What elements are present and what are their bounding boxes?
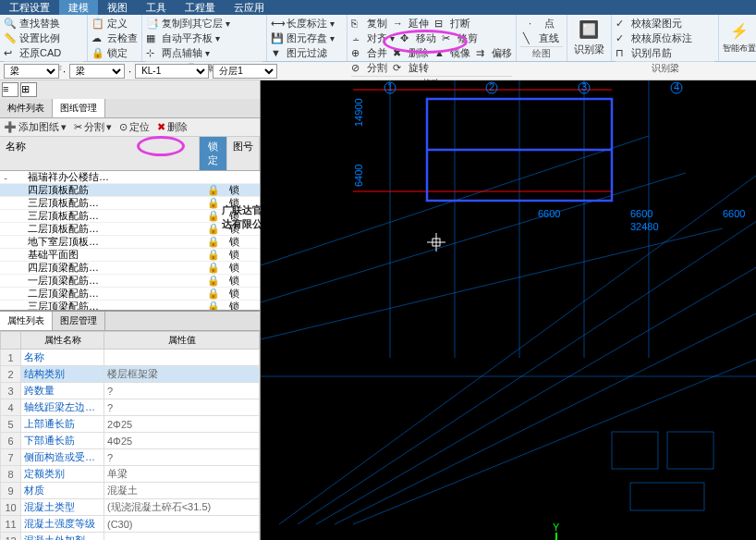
props-tab[interactable]: 属性列表	[0, 312, 53, 330]
length-dim-button[interactable]: ⟷长度标注 ▾	[271, 17, 343, 31]
tree-row[interactable]: 二层顶板配筋…🔒锁	[0, 223, 260, 236]
delete-drawing-button[interactable]: ✖删除	[157, 120, 188, 134]
tree-row[interactable]: 地下室层顶板…🔒锁	[0, 236, 260, 249]
tree-row[interactable]: 三层顶板配筋…🔒锁	[0, 210, 260, 223]
recognize-beam-button[interactable]: 🔲识别梁	[574, 19, 604, 56]
define-button[interactable]: 📋定义	[91, 17, 138, 31]
recognize-hanger-button[interactable]: ⊓识别吊筋	[616, 46, 714, 60]
prop-row[interactable]: 1名称	[1, 350, 260, 366]
aux-icon: ⊹	[146, 47, 159, 60]
break-button[interactable]: ⊟打断	[434, 17, 470, 31]
merge-button[interactable]: ⊕合并	[351, 46, 387, 60]
tree-header-num: 图号	[227, 137, 260, 170]
mirror-button[interactable]: ▲镜像	[434, 46, 470, 60]
prop-row[interactable]: 12混凝土外加剂	[1, 533, 260, 541]
tree-row[interactable]: 三层顶板配筋…🔒锁	[0, 197, 260, 210]
offset-button[interactable]: ⇉偏移	[476, 46, 512, 60]
layers-tab[interactable]: 图层管理	[53, 312, 105, 330]
copy-to-layer-button[interactable]: 📑复制到其它层 ▾	[146, 17, 262, 31]
prop-row[interactable]: 10混凝土类型(现浇混凝土碎石<31.5)	[1, 499, 260, 516]
svg-line-1	[298, 219, 756, 524]
svg-text:32480: 32480	[630, 221, 659, 232]
layer-select[interactable]: 分层1	[213, 64, 277, 79]
svg-text:6600: 6600	[538, 208, 560, 219]
find-replace-button[interactable]: 🔍查找替换	[4, 17, 83, 31]
subcategory-select[interactable]: 梁	[69, 64, 125, 79]
components-tab[interactable]: 构件列表	[0, 99, 53, 117]
split-drawing-button[interactable]: ✂分割 ▾	[74, 120, 112, 134]
cloud-check-button[interactable]: ☁云检查	[91, 31, 138, 45]
drawing-canvas[interactable]: 1 2 3 4 6600 6600 6600 32480 14900 6400	[261, 80, 756, 540]
filter-element-button[interactable]: ▼图元过滤	[271, 46, 343, 60]
group-draw-label: 绘图	[520, 46, 562, 60]
copy-icon: ⎘	[351, 18, 364, 31]
svg-text:6600: 6600	[630, 208, 652, 219]
category-select[interactable]: 梁	[4, 64, 59, 79]
tree-row[interactable]: 一层顶梁配筋…🔒锁	[0, 275, 260, 288]
check-inplace-button[interactable]: ✓校核原位标注	[616, 31, 714, 45]
left-panel: ≡ ⊞ 构件列表 图纸管理 ➕添加图纸 ▾ ✂分割 ▾ ⊙定位 ✖删除 名称 锁…	[0, 80, 261, 540]
menu-tab-3[interactable]: 工具	[137, 0, 176, 15]
drawings-tab[interactable]: 图纸管理	[53, 99, 105, 117]
prop-row[interactable]: 2结构类别楼层框架梁	[1, 366, 260, 383]
split2-icon: ✂	[74, 121, 82, 133]
tree-row[interactable]: 二层顶梁配筋…🔒锁	[0, 288, 260, 301]
prop-row[interactable]: 8定额类别单梁	[1, 466, 260, 483]
svg-text:1: 1	[387, 81, 393, 92]
drawing-tree[interactable]: -福瑞祥办公楼结…四层顶板配筋🔒锁三层顶板配筋…🔒锁三层顶板配筋…🔒锁二层顶板配…	[0, 171, 260, 310]
tree-row[interactable]: 四层顶梁配筋…🔒锁	[0, 262, 260, 275]
delete-button[interactable]: ✖删除	[393, 46, 429, 60]
tree-row[interactable]: 基础平面图🔒锁	[0, 249, 260, 262]
delete2-icon: ✖	[157, 121, 165, 133]
line-button[interactable]: ╲直线	[523, 31, 559, 45]
prop-row[interactable]: 11混凝土强度等级(C30)	[1, 516, 260, 533]
trim-button[interactable]: ✂修剪	[442, 31, 478, 45]
prop-row[interactable]: 3跨数量?	[1, 383, 260, 399]
rotate-button[interactable]: ⟳旋转	[393, 61, 429, 75]
split-button[interactable]: ⊘分割	[351, 61, 387, 75]
menu-tab-2[interactable]: 视图	[98, 0, 137, 15]
lock-button[interactable]: 🔒锁定	[91, 46, 138, 60]
point-button[interactable]: ·点	[529, 17, 555, 31]
add-drawing-button[interactable]: ➕添加图纸 ▾	[4, 120, 67, 134]
svg-line-4	[353, 358, 756, 524]
extend-button[interactable]: →延伸	[393, 17, 429, 31]
svg-line-7	[261, 173, 686, 302]
search-icon: 🔍	[4, 18, 17, 31]
menu-tab-5[interactable]: 云应用	[225, 0, 274, 15]
copy-button[interactable]: ⎘复制	[351, 17, 387, 31]
svg-text:4: 4	[674, 81, 679, 92]
svg-line-2	[316, 265, 756, 524]
smart-layout-button[interactable]: ⚡智能布置	[723, 22, 756, 55]
save-element-button[interactable]: 💾图元存盘 ▾	[271, 31, 343, 45]
two-point-aux-button[interactable]: ⊹两点辅轴 ▾	[146, 46, 262, 60]
merge-icon: ⊕	[351, 47, 364, 60]
prop-row[interactable]: 9材质混凝土	[1, 483, 260, 499]
set-scale-button[interactable]: 📏设置比例	[4, 31, 83, 45]
prop-row[interactable]: 5上部通长筋2Φ25	[1, 416, 260, 433]
component-select[interactable]: KL-1	[135, 64, 209, 79]
menu-tab-0[interactable]: 工程设置	[0, 0, 59, 15]
list-view-button[interactable]: ≡	[2, 82, 18, 97]
check-beam-button[interactable]: ✓校核梁图元	[616, 17, 714, 31]
tree-row[interactable]: 三层顶梁配筋…🔒锁	[0, 301, 260, 310]
menu-tab-4[interactable]: 工程量	[176, 0, 225, 15]
property-table[interactable]: 属性名称 属性值 1名称2结构类别楼层框架梁3跨数量?4轴线距梁左边…?5上部通…	[0, 331, 260, 540]
tree-row[interactable]: 四层顶板配筋🔒锁	[0, 184, 260, 197]
auto-align-button[interactable]: ▦自动平齐板 ▾	[146, 31, 262, 45]
svg-text:14900: 14900	[353, 98, 364, 127]
svg-text:3: 3	[581, 81, 587, 92]
move-button[interactable]: ✥移动	[400, 31, 436, 45]
grid-view-button[interactable]: ⊞	[20, 82, 37, 97]
prop-row[interactable]: 6下部通长筋4Φ25	[1, 433, 260, 449]
menu-tab-1[interactable]: 建模	[59, 0, 98, 15]
tree-header-name: 名称	[0, 137, 200, 170]
tree-row[interactable]: -福瑞祥办公楼结…	[0, 171, 260, 184]
prop-row[interactable]: 4轴线距梁左边…?	[1, 399, 260, 416]
move-icon: ✥	[400, 32, 413, 45]
locate-button[interactable]: ⊙定位	[119, 120, 150, 134]
view-toggle: ≡ ⊞	[0, 80, 260, 99]
prop-row[interactable]: 7侧面构造或受…?	[1, 449, 260, 466]
align-button[interactable]: ⫠对齐 ▾	[351, 31, 395, 45]
restore-cad-button[interactable]: ↩还原CAD	[4, 46, 83, 60]
